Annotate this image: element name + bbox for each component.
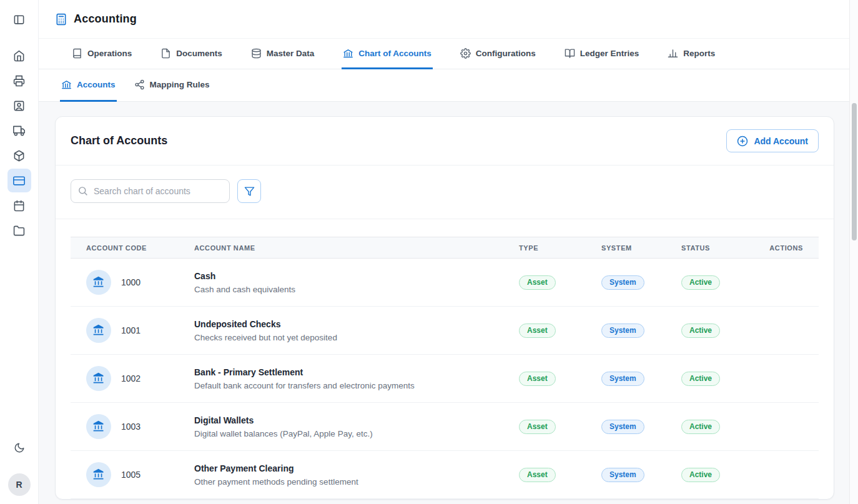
bank-icon bbox=[86, 366, 111, 391]
bank-icon bbox=[86, 462, 111, 487]
account-code: 1000 bbox=[121, 277, 141, 287]
sidebar: R bbox=[0, 0, 39, 504]
package-icon bbox=[13, 150, 25, 162]
secondary-tabbar: Accounts Mapping Rules bbox=[39, 69, 858, 102]
account-name: Digital Wallets bbox=[194, 415, 511, 425]
main-column: Accounting Operations Documents Master D… bbox=[39, 0, 858, 504]
content-area: Chart of Accounts Add Account bbox=[39, 102, 858, 504]
calculator-icon bbox=[55, 13, 67, 26]
tab-operations[interactable]: Operations bbox=[71, 39, 133, 69]
account-name: Other Payment Clearing bbox=[194, 463, 511, 473]
search-icon bbox=[77, 185, 88, 196]
system-badge: System bbox=[601, 324, 644, 338]
sidebar-item-calendar[interactable] bbox=[7, 194, 31, 217]
tab-documents[interactable]: Documents bbox=[159, 39, 224, 69]
account-name: Bank - Primary Settlement bbox=[194, 367, 511, 377]
scrollbar-thumb[interactable] bbox=[852, 103, 857, 240]
dark-mode-toggle[interactable] bbox=[7, 436, 31, 460]
sidebar-item-contacts[interactable] bbox=[7, 94, 31, 117]
sidebar-item-print[interactable] bbox=[7, 69, 31, 92]
calendar-icon bbox=[13, 200, 25, 212]
contact-card-icon bbox=[13, 100, 25, 112]
tab-reports[interactable]: Reports bbox=[666, 39, 716, 69]
account-code: 1001 bbox=[121, 325, 141, 335]
tab-master-data[interactable]: Master Data bbox=[250, 39, 316, 69]
status-badge: Active bbox=[681, 468, 720, 482]
truck-icon bbox=[13, 125, 25, 137]
gear-icon bbox=[460, 48, 471, 59]
tab-label: Master Data bbox=[267, 49, 315, 58]
card-title: Chart of Accounts bbox=[71, 134, 167, 147]
tab-ledger-entries[interactable]: Ledger Entries bbox=[563, 39, 641, 69]
status-badge: Active bbox=[681, 420, 720, 434]
type-badge: Asset bbox=[519, 468, 556, 482]
sidebar-toggle-button[interactable] bbox=[7, 7, 31, 31]
table-row[interactable]: 1005 Other Payment Clearing Other paymen… bbox=[71, 451, 819, 499]
column-header-status: STATUS bbox=[674, 244, 754, 252]
account-description: Checks received but not yet deposited bbox=[194, 333, 511, 342]
avatar[interactable]: R bbox=[8, 473, 31, 496]
account-name: Undeposited Checks bbox=[194, 319, 511, 329]
account-description: Default bank account for transfers and e… bbox=[194, 381, 511, 390]
add-account-label: Add Account bbox=[754, 136, 808, 146]
status-badge: Active bbox=[681, 324, 720, 338]
system-badge: System bbox=[601, 468, 644, 482]
mapping-nodes-icon bbox=[134, 79, 145, 90]
column-header-type: TYPE bbox=[511, 244, 594, 252]
column-header-account-code: ACCOUNT CODE bbox=[71, 244, 187, 252]
moon-icon bbox=[14, 442, 25, 453]
primary-tabbar: Operations Documents Master Data Chart o… bbox=[39, 39, 858, 69]
table-row[interactable]: 1000 Cash Cash and cash equivalents Asse… bbox=[71, 259, 819, 307]
tab-label: Chart of Accounts bbox=[358, 49, 431, 58]
add-account-button[interactable]: Add Account bbox=[726, 129, 819, 152]
tab-configurations[interactable]: Configurations bbox=[459, 39, 537, 69]
tab-label: Operations bbox=[87, 49, 132, 58]
sidebar-item-shipping[interactable] bbox=[7, 119, 31, 142]
account-code: 1005 bbox=[121, 470, 141, 480]
search-input[interactable] bbox=[71, 179, 230, 203]
system-badge: System bbox=[601, 372, 644, 386]
type-badge: Asset bbox=[519, 420, 556, 434]
tab-chart-of-accounts[interactable]: Chart of Accounts bbox=[342, 39, 433, 69]
sidebar-item-payments[interactable] bbox=[7, 169, 31, 192]
bank-icon bbox=[86, 270, 111, 295]
sidebar-item-home[interactable] bbox=[7, 44, 31, 67]
account-name: Cash bbox=[194, 271, 511, 281]
chart-of-accounts-card: Chart of Accounts Add Account bbox=[55, 116, 834, 500]
type-badge: Asset bbox=[519, 372, 556, 386]
home-icon bbox=[13, 50, 25, 62]
column-header-account-name: ACCOUNT NAME bbox=[187, 244, 511, 252]
filter-button[interactable] bbox=[237, 179, 261, 203]
sidebar-item-inventory[interactable] bbox=[7, 144, 31, 167]
account-description: Cash and cash equivalents bbox=[194, 285, 511, 294]
system-badge: System bbox=[601, 275, 644, 290]
tab-label: Configurations bbox=[476, 49, 536, 58]
app-root: R Accounting Operations Documents bbox=[0, 0, 858, 504]
bank-icon bbox=[343, 48, 353, 59]
bank-icon bbox=[61, 79, 72, 90]
tab-label: Documents bbox=[176, 49, 222, 58]
page-title: Accounting bbox=[74, 12, 137, 26]
sidebar-item-projects[interactable] bbox=[7, 219, 31, 242]
file-icon bbox=[160, 48, 171, 59]
tab-label: Reports bbox=[683, 49, 715, 58]
type-badge: Asset bbox=[519, 324, 556, 338]
open-book-icon bbox=[565, 48, 575, 59]
system-badge: System bbox=[601, 420, 644, 434]
tab-mapping-rules[interactable]: Mapping Rules bbox=[133, 69, 211, 102]
table-row[interactable]: 1003 Digital Wallets Digital wallet bala… bbox=[71, 403, 819, 451]
book-icon bbox=[72, 48, 82, 59]
status-badge: Active bbox=[681, 372, 720, 386]
folder-icon bbox=[13, 225, 25, 237]
table-row[interactable]: 1002 Bank - Primary Settlement Default b… bbox=[71, 355, 819, 403]
type-badge: Asset bbox=[519, 275, 556, 290]
table-row[interactable]: 1001 Undeposited Checks Checks received … bbox=[71, 307, 819, 355]
tab-label: Accounts bbox=[77, 80, 116, 89]
tab-accounts[interactable]: Accounts bbox=[60, 69, 117, 102]
account-code: 1003 bbox=[121, 422, 141, 432]
column-header-actions: ACTIONS bbox=[754, 244, 819, 252]
tab-label: Ledger Entries bbox=[580, 49, 639, 58]
database-icon bbox=[251, 48, 262, 59]
printer-icon bbox=[13, 75, 25, 87]
bank-icon bbox=[86, 318, 111, 343]
